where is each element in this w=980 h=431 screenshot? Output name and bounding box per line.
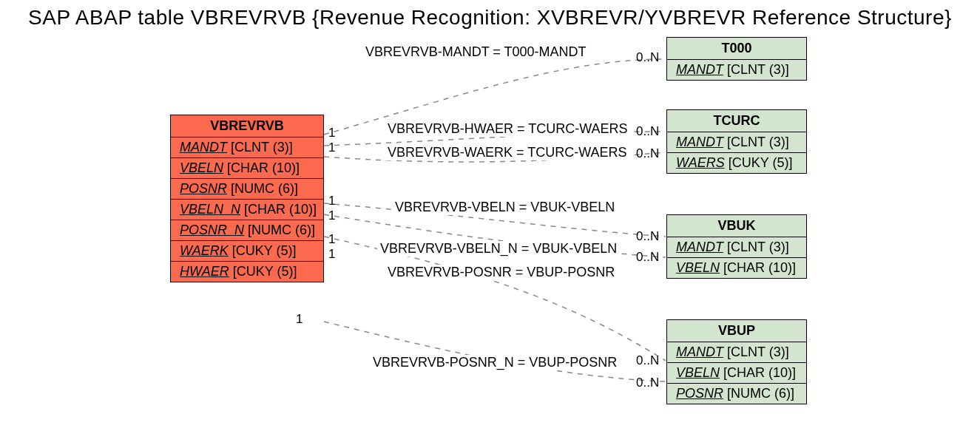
field-type: [NUMC (6)]: [727, 386, 794, 401]
field-type: [CLNT (3)]: [727, 62, 789, 77]
field-name: WAERS: [676, 155, 725, 170]
entity-header: VBREVRVB: [171, 115, 323, 138]
field-name: MANDT: [676, 345, 723, 359]
cardinality: 0..N: [636, 353, 659, 368]
field-type: [CHAR (10)]: [244, 202, 317, 217]
cardinality: 1: [328, 208, 335, 223]
entity-header: VBUP: [667, 320, 806, 342]
field-name: VBELN: [676, 260, 720, 275]
entity-header: VBUK: [667, 215, 806, 237]
relation-label: VBREVRVB-HWAER = TCURC-WAERS: [385, 121, 631, 137]
field-type: [CHAR (10)]: [227, 160, 300, 175]
field-row: POSNR [NUMC (6)]: [667, 384, 806, 404]
field-name: MANDT: [676, 135, 723, 149]
field-type: [CHAR (10)]: [723, 260, 796, 275]
cardinality: 0..N: [636, 146, 659, 161]
field-name: VBELN: [180, 160, 223, 175]
field-row: MANDT [CLNT (3)]: [667, 60, 806, 80]
field-row: POSNR_N [NUMC (6)]: [171, 220, 323, 241]
entity-vbrevrvb: VBREVRVB MANDT [CLNT (3)] VBELN [CHAR (1…: [170, 115, 324, 282]
cardinality: 1: [328, 140, 335, 155]
cardinality: 1: [296, 312, 303, 327]
relation-label: VBREVRVB-MANDT = T000-MANDT: [362, 44, 589, 60]
field-row: MANDT [CLNT (3)]: [667, 342, 806, 363]
field-row: MANDT [CLNT (3)]: [171, 138, 323, 158]
field-type: [CLNT (3)]: [727, 135, 789, 149]
entity-header: TCURC: [667, 110, 806, 132]
field-name: MANDT: [676, 240, 723, 254]
entity-t000: T000 MANDT [CLNT (3)]: [666, 37, 807, 81]
cardinality: 0..N: [636, 124, 659, 139]
field-row: POSNR [NUMC (6)]: [171, 179, 323, 200]
field-type: [NUMC (6)]: [231, 181, 298, 196]
field-type: [CLNT (3)]: [727, 240, 789, 254]
field-row: HWAER [CUKY (5)]: [171, 262, 323, 282]
relation-label: VBREVRVB-VBELN = VBUK-VBELN: [392, 200, 618, 215]
field-name: POSNR_N: [180, 223, 244, 237]
field-row: VBELN [CHAR (10)]: [667, 258, 806, 278]
field-row: WAERS [CUKY (5)]: [667, 153, 806, 173]
field-row: VBELN_N [CHAR (10)]: [171, 200, 323, 220]
field-name: VBELN: [676, 365, 720, 380]
relation-label: VBREVRVB-VBELN_N = VBUK-VBELN: [377, 241, 620, 257]
cardinality: 0..N: [636, 250, 659, 265]
field-name: MANDT: [180, 140, 227, 155]
field-type: [NUMC (6)]: [248, 223, 315, 237]
entity-vbup: VBUP MANDT [CLNT (3)] VBELN [CHAR (10)] …: [666, 319, 807, 404]
cardinality: 0..N: [636, 50, 659, 65]
entity-vbuk: VBUK MANDT [CLNT (3)] VBELN [CHAR (10)]: [666, 214, 807, 279]
field-row: WAERK [CUKY (5)]: [171, 241, 323, 262]
field-type: [CUKY (5)]: [232, 243, 297, 258]
cardinality: 1: [328, 194, 335, 208]
field-name: VBELN_N: [180, 202, 240, 217]
cardinality: 1: [328, 126, 335, 140]
field-row: MANDT [CLNT (3)]: [667, 237, 806, 258]
cardinality: 0..N: [636, 376, 659, 390]
field-row: MANDT [CLNT (3)]: [667, 132, 806, 153]
field-name: MANDT: [676, 62, 723, 77]
field-type: [CLNT (3)]: [231, 140, 293, 155]
field-name: HWAER: [180, 264, 229, 279]
page-title: SAP ABAP table VBREVRVB {Revenue Recogni…: [0, 6, 980, 30]
field-row: VBELN [CHAR (10)]: [171, 158, 323, 179]
field-name: POSNR: [180, 181, 227, 196]
field-type: [CHAR (10)]: [723, 365, 796, 380]
entity-header: T000: [667, 38, 806, 60]
field-row: VBELN [CHAR (10)]: [667, 363, 806, 384]
cardinality: 1: [328, 247, 335, 262]
field-name: POSNR: [676, 386, 723, 401]
field-type: [CUKY (5)]: [729, 155, 793, 170]
entity-tcurc: TCURC MANDT [CLNT (3)] WAERS [CUKY (5)]: [666, 109, 807, 174]
cardinality: 0..N: [636, 229, 659, 244]
field-type: [CUKY (5)]: [233, 264, 297, 279]
cardinality: 1: [328, 232, 335, 247]
field-type: [CLNT (3)]: [727, 345, 789, 359]
field-name: WAERK: [180, 243, 229, 258]
relation-label: VBREVRVB-POSNR_N = VBUP-POSNR: [370, 355, 620, 370]
relation-label: VBREVRVB-POSNR = VBUP-POSNR: [385, 265, 618, 280]
relation-label: VBREVRVB-WAERK = TCURC-WAERS: [385, 145, 630, 160]
